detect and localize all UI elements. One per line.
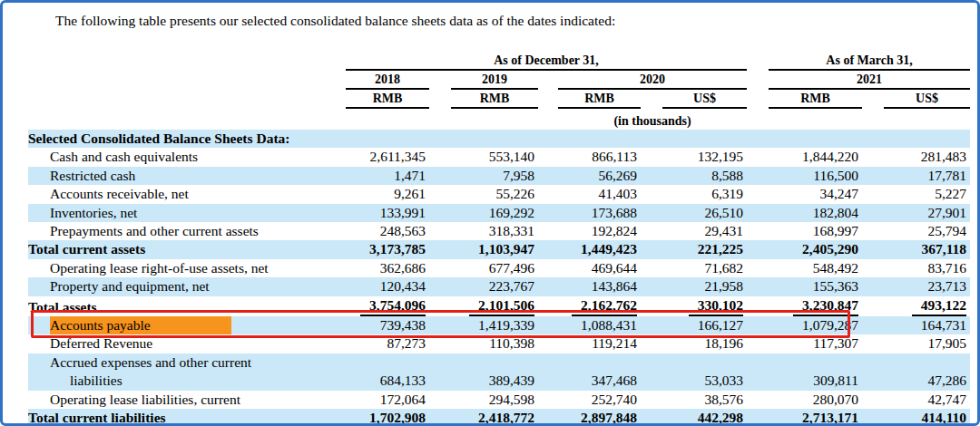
cell-value: 182,804	[747, 204, 862, 222]
cell-value: 248,563	[343, 222, 429, 240]
table-row: Operating lease liabilities, current172,…	[28, 391, 970, 409]
cell-value: 223,767	[429, 277, 538, 295]
cell-value: 281,483	[862, 148, 970, 166]
header-year-row: 2018 2019 2020 2021	[28, 71, 970, 90]
cell-value: 866,113	[538, 148, 641, 166]
table-row: Prepayments and other current assets248,…	[28, 222, 970, 240]
cell-value: 17,781	[862, 167, 970, 185]
cell-value: 2,405,290	[747, 240, 862, 258]
table-header: As of December 31, As of March 31, 2018 …	[28, 52, 970, 130]
cell-value: 221,225	[641, 240, 747, 258]
cell-value: 38,576	[641, 391, 747, 409]
row-label: Restricted cash	[28, 167, 343, 185]
header-currency-row: RMB RMB RMB US$ RMB US$	[28, 90, 970, 109]
row-label: Accrued expenses and other currentliabil…	[28, 353, 343, 391]
cell-value: 5,227	[862, 185, 970, 203]
cell-value: 168,997	[747, 222, 862, 240]
table-row: Accrued expenses and other currentliabil…	[28, 353, 970, 391]
cell-value: 294,598	[429, 391, 538, 409]
cell-value: 56,269	[538, 167, 641, 185]
cell-value: 172,064	[343, 391, 429, 409]
cell-value: 120,434	[343, 277, 429, 295]
row-label: Inventories, net	[28, 204, 343, 222]
table-row: Total current assets3,173,7851,103,9471,…	[28, 240, 970, 258]
currency-header-rmb-2019: RMB	[451, 91, 538, 109]
year-header-2019: 2019	[451, 72, 538, 90]
row-label: Operating lease right-of-use assets, net	[28, 259, 343, 277]
cell-value: 548,492	[747, 259, 862, 277]
row-label: Operating lease liabilities, current	[28, 391, 343, 409]
cell-value: 17,905	[862, 334, 970, 353]
cell-value: 309,811	[747, 353, 862, 391]
document-frame: The following table presents our selecte…	[0, 0, 980, 426]
currency-header-rmb-2020: RMB	[558, 91, 641, 109]
row-label: Cash and cash equivalents	[28, 148, 343, 166]
cell-value: 493,122	[862, 296, 970, 316]
cell-value: 55,226	[429, 185, 538, 203]
cell-value: 280,070	[747, 391, 862, 409]
cell-value: 6,319	[641, 185, 747, 203]
cell-value: 34,247	[747, 185, 862, 203]
cell-value: 347,468	[538, 353, 641, 391]
cell-value: 2,611,345	[343, 148, 429, 166]
table-row: Restricted cash1,4717,95856,2698,588116,…	[28, 167, 970, 185]
cell-value: 29,431	[641, 222, 747, 240]
cell-value: 8,588	[641, 167, 747, 185]
cell-value: 169,292	[429, 204, 538, 222]
cell-value: 143,864	[538, 277, 641, 295]
cell-value: 414,110	[862, 409, 970, 426]
row-label: Total current liabilities	[28, 409, 343, 426]
cell-value: 318,331	[429, 222, 538, 240]
row-label: Prepayments and other current assets	[28, 222, 343, 240]
header-spacer	[28, 52, 343, 71]
units-note: (in thousands)	[538, 109, 747, 130]
cell-value: 677,496	[429, 259, 538, 277]
cell-value: 442,298	[641, 409, 747, 426]
row-label: Selected Consolidated Balance Sheets Dat…	[28, 130, 970, 148]
cell-value: 7,958	[429, 167, 538, 185]
cell-value: 367,118	[862, 240, 970, 258]
table-row: Total current liabilities1,702,9082,418,…	[28, 409, 970, 426]
cell-value: 2,713,171	[747, 409, 862, 426]
intro-text: The following table presents our selecte…	[30, 12, 965, 30]
cell-value: 53,033	[641, 353, 747, 391]
cell-value: 1,449,423	[538, 240, 641, 258]
header-group-row: As of December 31, As of March 31,	[28, 52, 970, 71]
cell-value: 192,824	[538, 222, 641, 240]
cell-value: 116,500	[747, 167, 862, 185]
cell-value: 3,173,785	[343, 240, 429, 258]
cell-value: 164,731	[862, 316, 970, 334]
cell-value: 553,140	[429, 148, 538, 166]
cell-value: 362,686	[343, 259, 429, 277]
cell-value: 469,644	[538, 259, 641, 277]
table-row: Accounts receivable, net9,26155,22641,40…	[28, 185, 970, 203]
cell-value: 1,103,947	[429, 240, 538, 258]
cell-value: 25,794	[862, 222, 970, 240]
cell-value: 132,195	[641, 148, 747, 166]
currency-header-usd-2021: US$	[884, 91, 970, 109]
year-header-2020: 2020	[558, 72, 747, 90]
col-group-december: As of December 31,	[346, 53, 747, 71]
cell-value: 684,133	[343, 353, 429, 391]
cell-value: 133,991	[343, 204, 429, 222]
red-annotation-box	[31, 310, 850, 338]
year-header-2018: 2018	[346, 72, 429, 90]
table-row: Property and equipment, net120,434223,76…	[28, 277, 970, 295]
cell-value: 389,439	[429, 353, 538, 391]
cell-value: 252,740	[538, 391, 641, 409]
cell-value: 42,747	[862, 391, 970, 409]
cell-value: 2,418,772	[429, 409, 538, 426]
cell-value: 41,403	[538, 185, 641, 203]
cell-value: 23,713	[862, 277, 970, 295]
row-label: Property and equipment, net	[28, 277, 343, 295]
table-row: Cash and cash equivalents2,611,345553,14…	[28, 148, 970, 166]
table-row: Operating lease right-of-use assets, net…	[28, 259, 970, 277]
cell-value: 83,716	[862, 259, 970, 277]
cell-value: 1,471	[343, 167, 429, 185]
row-label: Total current assets	[28, 240, 343, 258]
row-label: Accounts receivable, net	[28, 185, 343, 203]
currency-header-usd-2020: US$	[662, 91, 747, 109]
year-header-2021: 2021	[769, 72, 970, 90]
currency-header-rmb-2018: RMB	[346, 91, 429, 109]
cell-value: 26,510	[641, 204, 747, 222]
